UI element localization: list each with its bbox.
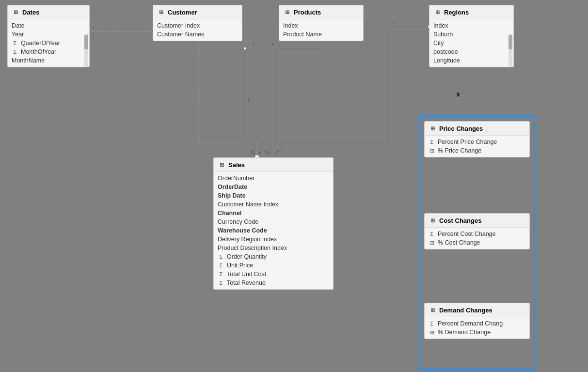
- sigma-icon: Σ: [218, 280, 224, 286]
- sales-f-currency: Currency Code: [218, 218, 258, 225]
- svg-text:1: 1: [247, 97, 250, 103]
- table-grid-icon: ⊞: [429, 217, 436, 224]
- field-monthname: MonthName: [8, 56, 89, 65]
- table-products: ⊞ Products Index Product Name: [279, 5, 364, 41]
- pc-f-pctpricetbl: % Price Change: [438, 147, 481, 154]
- products-body: Index Product Name: [279, 19, 363, 41]
- dates-field-moy: MonthOfYear: [21, 48, 56, 55]
- field-customer-names: Customer Names: [153, 30, 242, 39]
- cursor: [457, 91, 462, 100]
- field-reg-index: Index: [429, 21, 513, 30]
- customer-title: Customer: [168, 9, 197, 16]
- sigma-icon: Σ: [218, 254, 224, 260]
- field-customer-index: Customer Index: [153, 21, 242, 30]
- svg-text:*: *: [266, 150, 269, 157]
- table-field-icon: ⊞: [429, 329, 435, 336]
- table-customer: ⊞ Customer Customer Index Customer Names: [153, 5, 242, 41]
- reg-field-idx: Index: [433, 22, 448, 29]
- cost-changes-header: ⊞ Cost Changes: [425, 214, 529, 228]
- prod-field-name: Product Name: [283, 31, 322, 38]
- table-grid-icon: ⊞: [157, 8, 165, 16]
- table-price-changes: ⊞ Price Changes Σ Percent Price Change ⊞…: [424, 121, 530, 157]
- sales-title: Sales: [228, 161, 245, 169]
- svg-text:1: 1: [92, 24, 95, 30]
- svg-text:*: *: [251, 149, 254, 155]
- sales-f-ordnum: OrderNumber: [218, 175, 254, 182]
- field-reg-longitude: Longitude: [429, 56, 513, 65]
- sales-f-ordqty: Order Quantity: [227, 253, 267, 260]
- table-grid-icon: ⊞: [433, 8, 441, 16]
- table-grid-icon: ⊞: [218, 161, 225, 169]
- field-productdescindex: Product Description Index: [214, 244, 333, 252]
- sigma-icon: Σ: [429, 139, 435, 145]
- svg-point-13: [243, 47, 246, 50]
- dates-field-date: Date: [12, 22, 24, 29]
- field-orderqty: Σ Order Quantity: [214, 252, 333, 261]
- price-changes-header: ⊞ Price Changes: [425, 122, 529, 136]
- field-reg-postcode: postcode: [429, 47, 513, 56]
- svg-text:*: *: [276, 149, 279, 155]
- field-ordernumber: OrderNumber: [214, 174, 333, 183]
- table-field-icon: ⊞: [429, 240, 435, 246]
- regions-scrollbar-thumb: [509, 35, 512, 49]
- field-quarterofyear: Σ QuarterOfYear: [8, 39, 89, 47]
- svg-text:1: 1: [92, 31, 95, 37]
- table-cost-changes: ⊞ Cost Changes Σ Percent Cost Change ⊞ %…: [424, 213, 530, 249]
- sales-f-shipdate: Ship Date: [218, 192, 246, 199]
- field-reg-suburb: Suburb: [429, 30, 513, 39]
- sigma-icon: Σ: [429, 321, 435, 326]
- field-date: Date: [8, 21, 89, 30]
- field-pct-price-change: Σ Percent Price Change: [425, 138, 529, 146]
- demand-changes-header: ⊞ Demand Changes: [425, 303, 529, 317]
- field-warehousecode: Warehouse Code: [214, 226, 333, 235]
- regions-header: ⊞ Regions: [429, 5, 513, 19]
- sigma-icon: Σ: [218, 263, 224, 268]
- table-grid-icon: ⊞: [429, 124, 436, 132]
- sigma-icon: Σ: [218, 271, 224, 277]
- products-header: ⊞ Products: [279, 5, 363, 19]
- table-sales: ⊞ Sales OrderNumber OrderDate Ship Date …: [213, 157, 334, 290]
- table-regions: ⊞ Regions Index Suburb City postcode Lon…: [429, 5, 514, 67]
- sales-f-delreg: Delivery Region Index: [218, 236, 277, 243]
- table-grid-icon: ⊞: [429, 306, 436, 314]
- svg-text:1: 1: [271, 41, 274, 47]
- regions-scrollbar[interactable]: [509, 34, 512, 67]
- cust-field-names: Customer Names: [157, 31, 204, 38]
- field-prod-index: Index: [279, 21, 363, 30]
- price-changes-title: Price Changes: [439, 125, 483, 132]
- price-changes-body: Σ Percent Price Change ⊞ % Price Change: [425, 136, 529, 157]
- svg-marker-33: [457, 91, 462, 99]
- field-orderdate: OrderDate: [214, 183, 333, 191]
- field-prod-name: Product Name: [279, 30, 363, 39]
- table-dates: ⊞ Dates Date Year Σ QuarterOfYear Σ Mont…: [7, 5, 90, 67]
- field-totalunitcost: Σ Total Unit Cost: [214, 270, 333, 279]
- regions-title: Regions: [444, 9, 469, 16]
- svg-text:*: *: [273, 150, 277, 157]
- sales-f-channel: Channel: [218, 210, 241, 217]
- dc-f-pctdemand: Percent Demand Chang: [438, 320, 503, 327]
- customer-body: Customer Index Customer Names: [153, 19, 242, 41]
- field-reg-city: City: [429, 39, 513, 47]
- field-shipdate: Ship Date: [214, 191, 333, 200]
- sales-body: OrderNumber OrderDate Ship Date Customer…: [214, 172, 333, 289]
- canvas: 1 1 1 * 1 1 * 1 * * * * *: [0, 0, 588, 372]
- dates-scrollbar[interactable]: [84, 34, 88, 67]
- sales-f-totalrev: Total Revenue: [227, 279, 266, 286]
- reg-field-lon: Longitude: [433, 57, 460, 64]
- field-pct-price-change-table: ⊞ % Price Change: [425, 146, 529, 155]
- field-pct-demand-change: Σ Percent Demand Chang: [425, 319, 529, 328]
- customer-header: ⊞ Customer: [153, 5, 242, 19]
- sales-f-orddate: OrderDate: [218, 184, 247, 190]
- svg-text:1: 1: [393, 19, 396, 25]
- sigma-icon: Σ: [12, 49, 18, 55]
- sigma-icon: Σ: [12, 40, 18, 46]
- reg-field-postcode: postcode: [433, 48, 458, 55]
- prod-field-idx: Index: [283, 22, 298, 29]
- field-totalrevenue: Σ Total Revenue: [214, 279, 333, 287]
- table-field-icon: ⊞: [429, 148, 435, 154]
- reg-field-city: City: [433, 40, 444, 46]
- cost-changes-title: Cost Changes: [439, 217, 481, 224]
- field-customernameindex: Customer Name Index: [214, 200, 333, 209]
- field-pct-cost-change: Σ Percent Cost Change: [425, 230, 529, 238]
- field-currencycode: Currency Code: [214, 217, 333, 226]
